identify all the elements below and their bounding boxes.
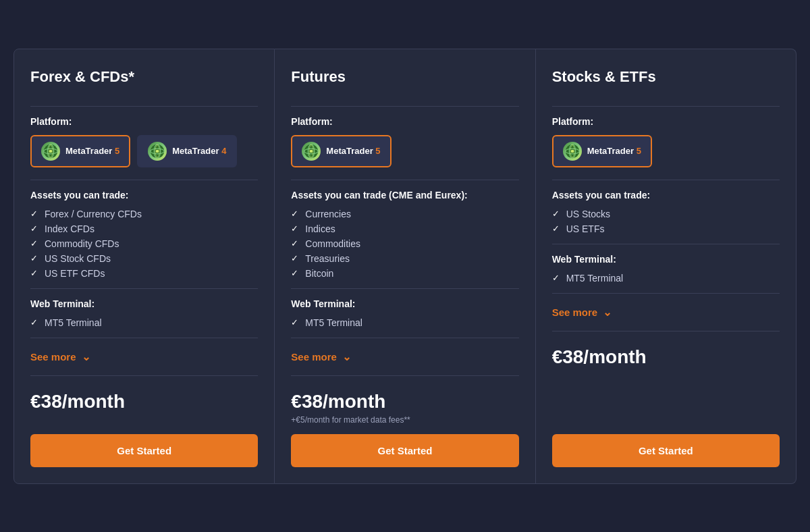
platform-label: Platform: xyxy=(30,116,258,127)
check-icon: ✓ xyxy=(30,268,38,278)
divider xyxy=(30,375,258,376)
platform-label: Platform: xyxy=(291,116,518,127)
divider xyxy=(552,180,780,180)
web-terminal-label: Web Terminal: xyxy=(30,298,258,309)
platform-btn-metatrader-5[interactable]: MetaTrader 5 xyxy=(552,135,652,167)
check-icon: ✓ xyxy=(30,223,38,234)
chevron-down-icon: ⌄ xyxy=(82,350,90,363)
list-item: ✓US ETFs xyxy=(552,223,780,234)
list-item: ✓Commodities xyxy=(291,238,518,249)
card-title: Stocks & ETFs xyxy=(552,68,780,86)
asset-name: Bitcoin xyxy=(305,268,333,279)
platform-label: Platform: xyxy=(552,116,780,127)
check-icon: ✓ xyxy=(291,209,298,219)
asset-name: Index CFDs xyxy=(45,223,94,234)
list-item: ✓US Stock CFDs xyxy=(30,253,258,264)
divider xyxy=(291,288,518,289)
asset-name: Commodities xyxy=(305,238,360,249)
platform-btn-metatrader-5[interactable]: MetaTrader 5 xyxy=(30,135,130,167)
assets-label: Assets you can trade: xyxy=(30,190,258,201)
price-section: €38/month+€5/month for market data fees*… xyxy=(291,391,518,434)
platform-number: 5 xyxy=(115,146,119,156)
see-more-text: See more xyxy=(30,351,76,363)
divider xyxy=(552,106,780,107)
platform-name: MetaTrader 5 xyxy=(65,146,119,156)
metatrader-icon xyxy=(563,142,582,161)
asset-name: US Stock CFDs xyxy=(45,253,111,264)
price-section: €38/month xyxy=(30,391,258,427)
metatrader-icon xyxy=(302,142,321,161)
web-terminal-list: ✓MT5 Terminal xyxy=(291,317,518,328)
svg-point-11 xyxy=(310,149,313,153)
list-item: ✓Index CFDs xyxy=(30,223,258,234)
chevron-down-icon: ⌄ xyxy=(342,350,351,363)
see-more-button[interactable]: See more⌄ xyxy=(291,350,518,363)
check-icon: ✓ xyxy=(30,238,38,248)
divider xyxy=(291,106,518,107)
price-main: €38/month xyxy=(552,346,780,368)
card-title: Futures xyxy=(291,68,518,86)
divider xyxy=(30,106,258,107)
divider xyxy=(291,338,518,338)
card-stocks-etfs: Stocks & ETFsPlatform: MetaTrader 5Asset… xyxy=(536,49,796,484)
list-item: ✓US Stocks xyxy=(552,209,780,219)
asset-name: Treasuries xyxy=(305,253,350,264)
metatrader-icon xyxy=(41,142,60,161)
asset-name: US ETF CFDs xyxy=(45,268,105,279)
get-started-button[interactable]: Get Started xyxy=(30,434,258,467)
list-item: ✓Currencies xyxy=(291,209,518,219)
metatrader-icon xyxy=(148,142,167,161)
check-icon: ✓ xyxy=(291,317,298,327)
check-icon: ✓ xyxy=(291,223,298,234)
platform-buttons: MetaTrader 5 xyxy=(552,135,780,167)
web-terminal-list: ✓MT5 Terminal xyxy=(552,273,780,284)
divider xyxy=(30,338,258,338)
svg-point-15 xyxy=(570,149,574,153)
divider xyxy=(552,293,780,294)
check-icon: ✓ xyxy=(291,238,298,248)
asset-name: Currencies xyxy=(305,209,351,219)
list-item: ✓Commodity CFDs xyxy=(30,238,258,249)
web-terminal-name: MT5 Terminal xyxy=(566,273,624,284)
pricing-cards: Forex & CFDs*Platform: MetaTrader 5 Meta… xyxy=(14,49,796,484)
check-icon: ✓ xyxy=(30,317,38,327)
see-more-button[interactable]: See more⌄ xyxy=(552,306,780,319)
divider xyxy=(30,288,258,289)
list-item: ✓Indices xyxy=(291,223,518,234)
price-sub: +€5/month for market data fees** xyxy=(291,415,518,425)
check-icon: ✓ xyxy=(291,268,298,278)
divider xyxy=(552,244,780,244)
check-icon: ✓ xyxy=(552,223,560,234)
web-terminal-list: ✓MT5 Terminal xyxy=(30,317,258,328)
platform-btn-metatrader-5[interactable]: MetaTrader 5 xyxy=(291,135,391,167)
check-icon: ✓ xyxy=(552,273,560,283)
assets-list: ✓Currencies✓Indices✓Commodities✓Treasuri… xyxy=(291,209,518,279)
card-forex-cfds: Forex & CFDs*Platform: MetaTrader 5 Meta… xyxy=(14,49,275,484)
get-started-button[interactable]: Get Started xyxy=(552,434,780,467)
see-more-button[interactable]: See more⌄ xyxy=(30,350,258,363)
divider xyxy=(291,375,518,376)
check-icon: ✓ xyxy=(291,253,298,263)
asset-name: US ETFs xyxy=(566,223,605,234)
platform-name: MetaTrader 4 xyxy=(172,146,226,156)
price-main: €38/month xyxy=(291,391,518,413)
platform-btn-metatrader-4[interactable]: MetaTrader 4 xyxy=(137,135,237,167)
platform-name: MetaTrader 5 xyxy=(326,146,380,156)
platform-buttons: MetaTrader 5 MetaTrader 4 xyxy=(30,135,258,167)
web-terminal-name: MT5 Terminal xyxy=(305,317,362,328)
assets-list: ✓US Stocks✓US ETFs xyxy=(552,209,780,234)
get-started-button[interactable]: Get Started xyxy=(291,434,518,467)
assets-list: ✓Forex / Currency CFDs✓Index CFDs✓Commod… xyxy=(30,209,258,279)
platform-number: 5 xyxy=(375,146,380,156)
check-icon: ✓ xyxy=(30,209,38,219)
list-item: ✓Bitcoin xyxy=(291,268,518,279)
list-item: ✓Treasuries xyxy=(291,253,518,264)
web-terminal-label: Web Terminal: xyxy=(291,298,518,309)
list-item: ✓MT5 Terminal xyxy=(291,317,518,328)
platform-buttons: MetaTrader 5 xyxy=(291,135,518,167)
asset-name: US Stocks xyxy=(566,209,610,219)
price-main: €38/month xyxy=(30,391,258,413)
svg-point-7 xyxy=(156,149,159,153)
platform-name: MetaTrader 5 xyxy=(587,146,641,156)
asset-name: Commodity CFDs xyxy=(45,238,119,249)
